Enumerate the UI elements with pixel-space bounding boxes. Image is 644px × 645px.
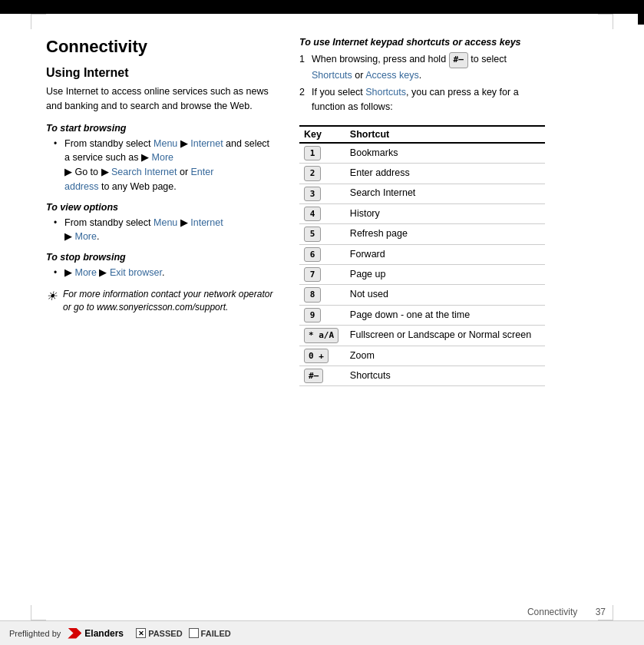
- sb-or: or: [177, 167, 190, 177]
- table-cell-shortcut: Zoom: [345, 346, 545, 366]
- passed-checkbox: ✕: [136, 628, 146, 638]
- stb-more: More: [74, 267, 96, 278]
- key-hash: #–: [449, 52, 468, 68]
- footer-page-number: 37: [596, 607, 606, 617]
- tip-icon: ☀: [46, 288, 57, 314]
- step-2-num: 2: [299, 85, 305, 100]
- table-row: 7Page up: [299, 265, 545, 285]
- table-cell-key: 3: [299, 184, 345, 203]
- col-header-shortcut: Shortcut: [345, 126, 545, 143]
- start-browsing-item: From standby select Menu ▶ Internet and …: [54, 137, 276, 194]
- tip-text: For more information contact your networ…: [63, 288, 276, 314]
- sb-prefix: From standby select: [64, 138, 154, 149]
- key-badge: 3: [304, 187, 321, 201]
- page-footer: Connectivity 37: [527, 607, 606, 617]
- view-options-item: From standby select Menu ▶ Internet▶ Mor…: [54, 216, 276, 245]
- numbered-steps: 1 When browsing, press and hold #– to se…: [299, 52, 545, 114]
- stb-prefix: ▶: [64, 267, 74, 278]
- step-1: 1 When browsing, press and hold #– to se…: [299, 52, 545, 82]
- step-1-num: 1: [299, 52, 305, 67]
- sb-end: to any Web page.: [98, 181, 176, 192]
- key-badge: 4: [304, 207, 321, 221]
- elanders-icon: [68, 628, 81, 639]
- view-options-list: From standby select Menu ▶ Internet▶ Mor…: [46, 216, 276, 245]
- section-heading-using-internet: Using Internet: [46, 66, 276, 80]
- key-badge: 1: [304, 146, 321, 160]
- sb-link-menu: Menu: [154, 138, 177, 149]
- top-bar: [0, 0, 644, 14]
- sb-link-more: More: [152, 152, 173, 163]
- key-badge: 0 +: [304, 349, 329, 363]
- sb-arrow1: ▶: [177, 138, 190, 149]
- table-cell-shortcut: Enter address: [345, 164, 545, 184]
- table-cell-key: 6: [299, 244, 345, 264]
- sub-heading-stop-browsing: To stop browsing: [46, 252, 276, 263]
- table-cell-key: 9: [299, 305, 345, 325]
- table-row: 6Forward: [299, 244, 545, 264]
- table-row: 8Not used: [299, 285, 545, 305]
- key-badge: * a/A: [304, 328, 339, 342]
- vo-link-more: More: [74, 231, 96, 242]
- passed-badge: ✕ PASSED: [136, 628, 182, 638]
- start-browsing-list: From standby select Menu ▶ Internet and …: [46, 137, 276, 194]
- tip-box: ☀ For more information contact your netw…: [46, 288, 276, 314]
- table-cell-shortcut: Search Internet: [345, 184, 545, 203]
- key-badge: 7: [304, 267, 321, 282]
- table-cell-key: 1: [299, 143, 345, 164]
- failed-label: FAILED: [201, 629, 231, 638]
- col-header-key: Key: [299, 126, 345, 143]
- table-cell-key: 8: [299, 285, 345, 305]
- sb-cont2: ▶ Go to ▶: [64, 167, 111, 177]
- table-row: 3Search Internet: [299, 184, 545, 203]
- instruction-heading: To use Internet keypad shortcuts or acce…: [299, 37, 545, 48]
- stb-arrow: ▶: [97, 267, 110, 278]
- step-1-text: When browsing, press and hold #– to sele…: [312, 54, 507, 81]
- access-keys-link: Access keys: [365, 70, 418, 81]
- page-title: Connectivity: [46, 37, 276, 57]
- table-cell-shortcut: Forward: [345, 244, 545, 264]
- elanders-name: Elanders: [84, 628, 124, 639]
- table-cell-shortcut: Page up: [345, 265, 545, 285]
- table-cell-shortcut: Shortcuts: [345, 366, 545, 386]
- shortcuts-link-1: Shortcuts: [312, 70, 352, 81]
- sub-heading-view-options: To view options: [46, 202, 276, 213]
- right-column: To use Internet keypad shortcuts or acce…: [299, 37, 545, 605]
- table-cell-key: #–: [299, 366, 345, 386]
- key-badge: 9: [304, 308, 321, 322]
- table-cell-shortcut: Page down - one at the time: [345, 305, 545, 325]
- table-row: 4History: [299, 203, 545, 223]
- shortcut-table: Key Shortcut 1Bookmarks2Enter address3Se…: [299, 125, 545, 387]
- key-badge: 2: [304, 166, 321, 180]
- sub-heading-stop-browsing-text: To stop browsing: [46, 252, 126, 263]
- stb-end: .: [162, 267, 164, 278]
- sb-link-search: Search Internet: [111, 167, 177, 177]
- table-header-row: Key Shortcut: [299, 126, 545, 143]
- table-cell-shortcut: Refresh page: [345, 224, 545, 244]
- bottom-bar: Preflighted by Elanders ✕ PASSED FAILED: [0, 620, 644, 645]
- table-cell-key: 0 +: [299, 346, 345, 366]
- table-cell-key: * a/A: [299, 326, 345, 346]
- key-badge: 8: [304, 287, 321, 302]
- page-container: Connectivity Using Internet Use Internet…: [0, 0, 644, 645]
- table-cell-shortcut: History: [345, 203, 545, 223]
- sub-heading-view-options-text: To view options: [46, 202, 118, 213]
- table-row: * a/AFullscreen or Landscape or Normal s…: [299, 326, 545, 346]
- left-column: Connectivity Using Internet Use Internet…: [46, 37, 276, 605]
- preflight-label: Preflighted by: [9, 629, 61, 638]
- table-cell-shortcut: Bookmarks: [345, 143, 545, 164]
- key-badge: 6: [304, 247, 321, 262]
- table-cell-shortcut: Not used: [345, 285, 545, 305]
- passed-label: PASSED: [148, 629, 182, 638]
- intro-body: Use Internet to access online services s…: [46, 84, 276, 114]
- table-cell-key: 4: [299, 203, 345, 223]
- stop-browsing-item: ▶ More ▶ Exit browser.: [54, 266, 276, 280]
- vo-period: .: [97, 231, 99, 242]
- table-cell-key: 5: [299, 224, 345, 244]
- table-row: 9Page down - one at the time: [299, 305, 545, 325]
- stop-browsing-list: ▶ More ▶ Exit browser.: [46, 266, 276, 280]
- table-row: 1Bookmarks: [299, 143, 545, 164]
- elanders-logo: Elanders: [68, 628, 124, 639]
- table-row: 2Enter address: [299, 164, 545, 184]
- sub-heading-start-browsing: To start browsing: [46, 123, 276, 134]
- step-2: 2 If you select Shortcuts, you can press…: [299, 85, 545, 114]
